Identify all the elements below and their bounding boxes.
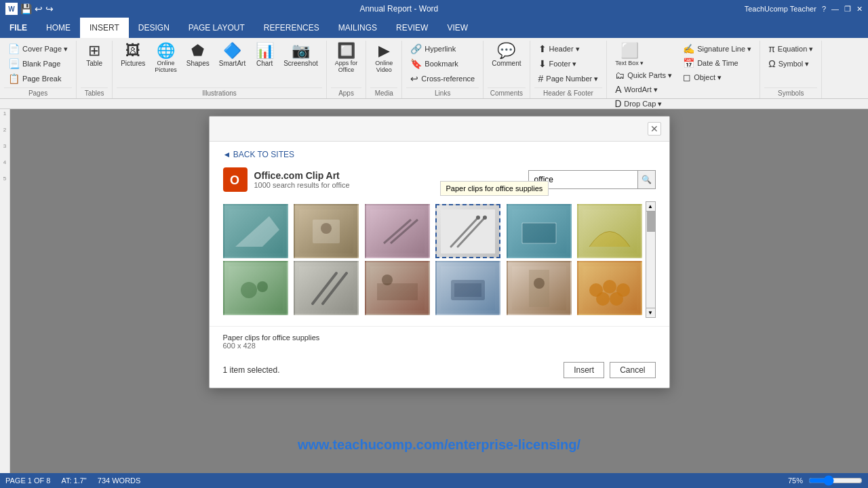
- svg-rect-29: [454, 283, 481, 297]
- tab-view[interactable]: VIEW: [437, 18, 477, 38]
- svg-point-19: [241, 282, 257, 298]
- symbol-btn[interactable]: ΩSymbol ▾: [764, 57, 817, 70]
- image-item-7[interactable]: [223, 261, 288, 315]
- shapes-btn[interactable]: ⬟ Shapes: [182, 42, 214, 68]
- page-break-icon: 📋: [8, 73, 20, 84]
- svg-point-37: [596, 292, 610, 306]
- screenshot-btn[interactable]: 📷 Screenshot: [279, 42, 322, 68]
- status-right: 75%: [788, 475, 863, 486]
- online-pictures-btn[interactable]: 🌐 OnlinePictures: [151, 42, 181, 75]
- restore-btn[interactable]: ❐: [844, 5, 851, 14]
- scroll-down-btn[interactable]: ▼: [646, 308, 656, 318]
- document-area: ANNUALREPORT www.teachucomp.com/enterpri…: [10, 109, 868, 473]
- search-input[interactable]: [529, 172, 637, 187]
- online-pictures-icon: 🌐: [157, 43, 175, 58]
- tab-references[interactable]: REFERENCES: [254, 18, 329, 38]
- tab-review[interactable]: REVIEW: [387, 18, 437, 38]
- back-to-sites-link[interactable]: ◄ BACK TO SITES: [223, 150, 656, 159]
- ribbon-group-illustrations: 🖼 Pictures 🌐 OnlinePictures ⬟ Shapes 🔷 S…: [113, 41, 327, 98]
- quick-access-save[interactable]: 💾: [20, 3, 32, 14]
- help-icon[interactable]: ?: [822, 5, 826, 13]
- image-item-5[interactable]: [507, 204, 572, 258]
- ribbon-content: 📄Cover Page ▾ 📃Blank Page 📋Page Break Pa…: [0, 38, 868, 99]
- pictures-btn[interactable]: 🖼 Pictures: [117, 42, 149, 68]
- symbols-items: πEquation ▾ ΩSymbol ▾: [764, 41, 817, 87]
- image-item-11[interactable]: [507, 261, 572, 315]
- ribbon-group-header-footer: ⬆Header ▾ ⬇Footer ▾ #Page Number ▾ Heade…: [530, 41, 608, 98]
- tab-mailings[interactable]: MAILINGS: [329, 18, 387, 38]
- pictures-label: Pictures: [121, 60, 145, 67]
- image-grid: [223, 201, 646, 318]
- quick-access-redo[interactable]: ↪: [45, 3, 54, 14]
- image-item-2[interactable]: [294, 204, 359, 258]
- image-item-1[interactable]: [223, 204, 288, 258]
- tab-file[interactable]: FILE: [0, 18, 37, 38]
- minimize-btn[interactable]: —: [831, 5, 839, 13]
- text-box-icon: ⬜: [620, 43, 639, 58]
- ribbon-group-tables: ⊞ Table Tables: [77, 41, 113, 98]
- quick-access-undo[interactable]: ↩: [35, 3, 43, 14]
- footer-icon: ⬇: [538, 58, 547, 69]
- cross-reference-btn[interactable]: ↩Cross-reference: [406, 72, 479, 85]
- ribbon-group-pages: 📄Cover Page ▾ 📃Blank Page 📋Page Break Pa…: [0, 41, 77, 98]
- header-btn[interactable]: ⬆Header ▾: [534, 42, 603, 56]
- quick-parts-btn[interactable]: 🗂Quick Parts ▾: [611, 68, 676, 82]
- tab-design[interactable]: DESIGN: [129, 18, 179, 38]
- text-box-btn[interactable]: ⬜ Text Box ▾: [611, 42, 648, 68]
- comment-btn[interactable]: 💬 Comment: [488, 42, 525, 68]
- scroll-thumb[interactable]: [647, 211, 656, 232]
- object-btn[interactable]: ◻Object ▾: [679, 70, 755, 84]
- apps-for-office-btn[interactable]: 🔲 Apps forOffice: [331, 42, 362, 75]
- chart-btn[interactable]: 📊 Chart: [251, 42, 278, 68]
- cover-page-icon: 📄: [8, 43, 20, 54]
- equation-icon: π: [768, 43, 775, 54]
- hyperlink-btn[interactable]: 🔗Hyperlink: [406, 42, 479, 56]
- status-bar: PAGE 1 OF 8 AT: 1.7" 734 WORDS 75%: [0, 473, 868, 488]
- tab-insert[interactable]: INSERT: [80, 18, 129, 38]
- tab-page-layout[interactable]: PAGE LAYOUT: [179, 18, 254, 38]
- table-btn[interactable]: ⊞ Table: [81, 42, 108, 68]
- dialog-close-btn[interactable]: ✕: [648, 122, 661, 136]
- online-video-btn[interactable]: ▶ OnlineVideo: [370, 42, 397, 75]
- page-break-btn[interactable]: 📋Page Break: [4, 72, 72, 85]
- footer-btn[interactable]: ⬇Footer ▾: [534, 57, 603, 70]
- page-number-btn[interactable]: #Page Number ▾: [534, 72, 603, 85]
- signature-line-btn[interactable]: ✍Signature Line ▾: [679, 42, 755, 56]
- image-item-4[interactable]: [435, 204, 500, 258]
- comment-label: Comment: [492, 60, 521, 67]
- clipart-dialog: ✕ ◄ BACK TO SITES O: [209, 116, 670, 388]
- dialog-body: ◄ BACK TO SITES O Office.com Cli: [210, 142, 669, 326]
- apps-label: Apps: [331, 87, 362, 98]
- comments-label: Comments: [488, 87, 525, 98]
- equation-btn[interactable]: πEquation ▾: [764, 42, 817, 56]
- zoom-slider[interactable]: [808, 475, 863, 486]
- comment-icon: 💬: [497, 43, 515, 58]
- header-footer-label: Header & Footer: [534, 87, 603, 98]
- tab-home[interactable]: HOME: [37, 18, 80, 38]
- zoom-level: 75%: [788, 476, 803, 485]
- scrollbar: ▲ ▼: [646, 201, 656, 318]
- image-item-8[interactable]: [294, 261, 359, 315]
- apps-items: 🔲 Apps forOffice: [331, 41, 362, 87]
- image-item-9[interactable]: [365, 261, 430, 315]
- comments-items: 💬 Comment: [488, 41, 525, 87]
- close-btn[interactable]: ✕: [856, 5, 863, 14]
- bookmark-btn[interactable]: 🔖Bookmark: [406, 57, 479, 70]
- search-box: 🔍: [528, 170, 656, 189]
- image-item-12[interactable]: [577, 261, 642, 315]
- search-btn[interactable]: 🔍: [637, 171, 655, 188]
- image-item-3[interactable]: [365, 204, 430, 258]
- wordart-btn[interactable]: AWordArt ▾: [611, 83, 676, 96]
- header-footer-items: ⬆Header ▾ ⬇Footer ▾ #Page Number ▾: [534, 41, 603, 87]
- insert-button[interactable]: Insert: [564, 362, 604, 378]
- date-time-icon: 📅: [683, 58, 694, 68]
- cancel-button[interactable]: Cancel: [610, 362, 655, 378]
- scroll-up-btn[interactable]: ▲: [646, 201, 656, 211]
- image-item-6[interactable]: [577, 204, 642, 258]
- blank-page-btn[interactable]: 📃Blank Page: [4, 57, 72, 70]
- cover-page-btn[interactable]: 📄Cover Page ▾: [4, 42, 72, 56]
- date-time-btn[interactable]: 📅Date & Time: [679, 56, 755, 70]
- smartart-btn[interactable]: 🔷 SmartArt: [215, 42, 250, 68]
- image-item-10[interactable]: [435, 261, 500, 315]
- shapes-label: Shapes: [186, 60, 210, 67]
